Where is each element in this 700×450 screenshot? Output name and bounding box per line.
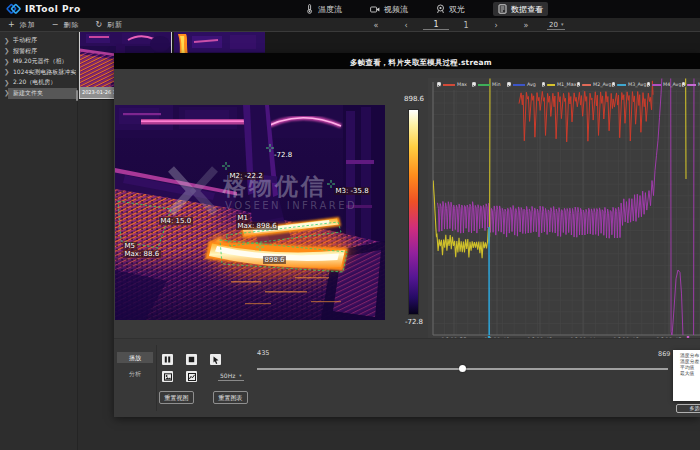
legend-label: M4_Avg bbox=[663, 82, 681, 87]
nav-tab-1[interactable]: 温度流 bbox=[305, 2, 342, 16]
cursor-icon bbox=[212, 356, 220, 364]
dropdown-menu: 温度分布温度分差平均值最大值 bbox=[673, 350, 700, 401]
chevron-right-icon: ❯ bbox=[4, 59, 9, 65]
legend-item-M3_Avg[interactable]: M3_Avg bbox=[612, 82, 647, 87]
measure-label-M5: Max: 88.6 bbox=[123, 250, 161, 258]
legend-checkbox[interactable] bbox=[542, 82, 546, 87]
refresh-button[interactable]: ↻ 刷新 bbox=[87, 18, 131, 32]
legend-label: M1_Max bbox=[557, 82, 577, 87]
legend-item-Avg[interactable]: Avg bbox=[507, 82, 542, 87]
next-page-button[interactable]: › bbox=[481, 21, 511, 30]
pagination: « ‹ 1 1 › » 20▾ bbox=[361, 18, 565, 32]
legend-color-line bbox=[443, 84, 455, 86]
frame-slider-handle[interactable] bbox=[459, 365, 466, 372]
nav-tab-label: 数据查看 bbox=[511, 4, 543, 15]
viewer-titlebar[interactable]: 多帧查看，料片夹取至模具过程.stream bbox=[114, 53, 700, 69]
chevron-right-icon: ❯ bbox=[4, 48, 9, 54]
frame-slider-track[interactable] bbox=[257, 368, 668, 370]
sidebar-item-2[interactable]: ❯报警程序 bbox=[0, 46, 77, 57]
cursor-button[interactable] bbox=[210, 354, 221, 365]
sidebar-item-4[interactable]: ❯1024实测电路板脉冲实验 bbox=[0, 67, 77, 78]
data-view-icon bbox=[498, 4, 507, 14]
first-page-button[interactable]: « bbox=[361, 21, 391, 30]
sidebar-scrollbar[interactable] bbox=[76, 90, 79, 101]
legend-label: Min bbox=[492, 82, 501, 87]
page-size-select[interactable]: 20▾ bbox=[547, 21, 565, 30]
curve-button[interactable] bbox=[186, 371, 197, 382]
pause-icon bbox=[164, 356, 171, 363]
frame-slider-zone: 435 869 bbox=[254, 339, 700, 418]
more-actions-button[interactable]: 多选操作 bbox=[676, 404, 700, 413]
header-bar: IRTool Pro 温度流视频流双光数据查看 bbox=[0, 0, 700, 18]
delete-button[interactable]: − 删除 bbox=[44, 18, 88, 32]
legend-checkbox[interactable] bbox=[507, 82, 512, 87]
sidebar-item-6[interactable]: ❯新建文件夹 bbox=[0, 88, 77, 99]
dropdown-item-1[interactable]: 温度分布 bbox=[680, 353, 700, 359]
playback-panel: 播放 分析 bbox=[114, 338, 700, 417]
legend-checkbox[interactable] bbox=[472, 82, 477, 87]
legend-item-Max[interactable]: Max bbox=[437, 82, 472, 87]
sidebar-item-label: 手动程序 bbox=[13, 36, 76, 45]
legend-item-M5_Avg[interactable]: M5_Avg bbox=[682, 82, 700, 87]
stop-button[interactable] bbox=[186, 354, 197, 365]
nav-tab-2[interactable]: 视频流 bbox=[370, 2, 408, 16]
legend-checkbox[interactable] bbox=[437, 82, 442, 87]
dropdown-item-2[interactable]: 温度分差 bbox=[680, 359, 700, 365]
total-pages: 1 bbox=[451, 21, 481, 30]
curve-icon bbox=[188, 373, 196, 381]
sidebar-item-3[interactable]: ❯M9.20元器件（相） bbox=[0, 57, 77, 68]
sidebar-item-1[interactable]: ❯手动程序 bbox=[0, 36, 77, 47]
thermometer-icon bbox=[305, 4, 314, 14]
dropdown-item-4[interactable]: 最大值 bbox=[680, 371, 700, 377]
pause-button[interactable] bbox=[162, 354, 173, 365]
thermal-image[interactable]: 格物优信 VOSEEN INFRARED -72.8M2: -22.2M3: -… bbox=[115, 105, 385, 320]
framerate-value: 50Hz bbox=[220, 372, 235, 379]
chevron-right-icon: ❯ bbox=[4, 80, 9, 86]
legend-item-M4_Avg[interactable]: M4_Avg bbox=[647, 82, 682, 87]
plus-icon: + bbox=[8, 21, 16, 29]
sidebar-item-5[interactable]: ❯2.20（电机房） bbox=[0, 78, 77, 89]
sidebar-item-label: M9.20元器件（相） bbox=[13, 57, 76, 66]
legend-item-Min[interactable]: Min bbox=[472, 82, 507, 87]
legend-item-M1_Max[interactable]: M1_Max bbox=[542, 82, 577, 87]
chart-legend: MaxMinAvgM1_MaxM2_AvgM3_AvgM4_AvgM5_Avg bbox=[437, 79, 700, 90]
measure-label-M4: M4: 15.0 bbox=[159, 217, 193, 225]
nav-tab-label: 温度流 bbox=[318, 4, 342, 15]
prev-page-button[interactable]: ‹ bbox=[391, 21, 421, 30]
annotation-shapes bbox=[115, 105, 385, 320]
legend-color-line bbox=[478, 84, 490, 86]
measure-label-M5: M5 bbox=[123, 242, 137, 250]
measure-label-spot: -72.8 bbox=[274, 151, 292, 159]
reset-chart-button[interactable]: 重置图表 bbox=[213, 391, 248, 404]
add-button[interactable]: + 添加 bbox=[0, 18, 44, 32]
minus-icon: − bbox=[52, 21, 60, 29]
legend-color-line bbox=[617, 84, 626, 86]
legend-checkbox[interactable] bbox=[647, 82, 651, 87]
viewer-title: 多帧查看，料片夹取至模具过程.stream bbox=[114, 58, 700, 68]
series-Max bbox=[519, 81, 653, 142]
temperature-chart[interactable]: MaxMinAvgM1_MaxM2_AvgM3_AvgM4_AvgM5_Avg … bbox=[428, 78, 700, 346]
page-size-value: 20 bbox=[549, 21, 558, 29]
image-icon bbox=[164, 373, 172, 381]
measurement-annotations: -72.8M2: -22.2M3: -35.8M4: 15.0M5Max: 88… bbox=[115, 105, 385, 320]
multiframe-viewer-window: 多帧查看，料片夹取至模具过程.stream bbox=[114, 53, 700, 417]
page-input[interactable]: 1 bbox=[423, 20, 449, 30]
nav-tab-4[interactable]: 数据查看 bbox=[493, 2, 548, 16]
last-page-button[interactable]: » bbox=[511, 21, 541, 30]
nav-tab-3[interactable]: 双光 bbox=[436, 2, 465, 16]
measure-cross-M2 bbox=[222, 162, 230, 170]
reset-view-button[interactable]: 重置视图 bbox=[159, 391, 194, 404]
refresh-button-label: 刷新 bbox=[107, 20, 123, 30]
legend-checkbox[interactable] bbox=[682, 82, 686, 87]
tab-analysis[interactable]: 分析 bbox=[117, 368, 153, 379]
legend-item-M2_Avg[interactable]: M2_Avg bbox=[577, 82, 612, 87]
framerate-select[interactable]: 50Hz▾ bbox=[218, 372, 244, 381]
legend-checkbox[interactable] bbox=[577, 82, 581, 87]
legend-checkbox[interactable] bbox=[612, 82, 616, 87]
chevron-right-icon: ❯ bbox=[4, 38, 9, 44]
nav-tab-label: 双光 bbox=[449, 4, 465, 15]
tab-playback[interactable]: 播放 bbox=[117, 352, 153, 363]
sidebar-item-label: 2.20（电机房） bbox=[13, 78, 76, 87]
image-button[interactable] bbox=[162, 371, 173, 382]
sidebar-item-label: 报警程序 bbox=[13, 47, 76, 56]
